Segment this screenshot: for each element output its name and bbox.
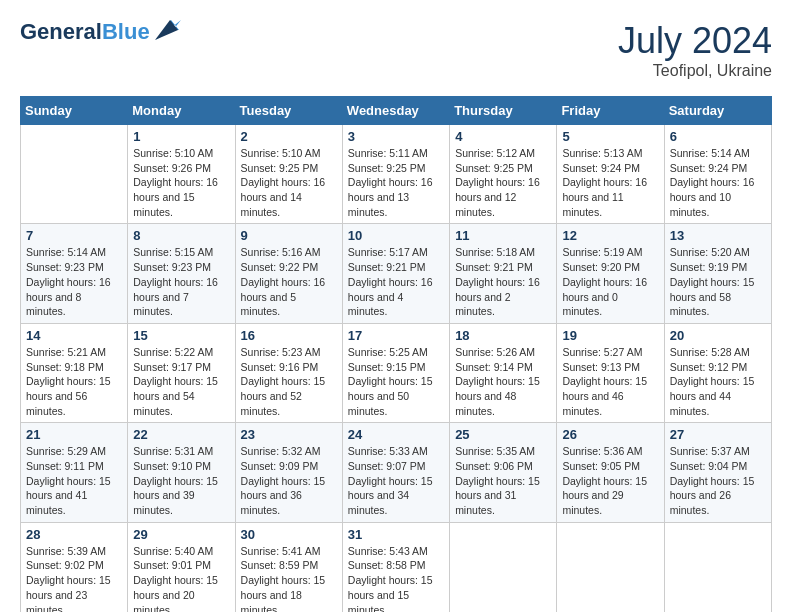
day-info: Sunrise: 5:16 AM Sunset: 9:22 PM Dayligh… <box>241 245 337 318</box>
daylight-label: Daylight hours <box>26 574 93 586</box>
daylight-label: Daylight hours <box>670 375 737 387</box>
day-number: 25 <box>455 427 551 442</box>
sunset-label: Sunset: <box>133 559 169 571</box>
day-info: Sunrise: 5:12 AM Sunset: 9:25 PM Dayligh… <box>455 146 551 219</box>
sunrise-label: Sunrise: <box>562 246 601 258</box>
calendar-cell: 24 Sunrise: 5:33 AM Sunset: 9:07 PM Dayl… <box>342 423 449 522</box>
calendar-cell <box>21 125 128 224</box>
daylight-label: Daylight hours <box>670 276 737 288</box>
weekday-friday: Friday <box>557 97 664 125</box>
sunset-label: Sunset: <box>670 261 706 273</box>
week-row-4: 21 Sunrise: 5:29 AM Sunset: 9:11 PM Dayl… <box>21 423 772 522</box>
day-number: 24 <box>348 427 444 442</box>
weekday-saturday: Saturday <box>664 97 771 125</box>
day-number: 2 <box>241 129 337 144</box>
day-number: 15 <box>133 328 229 343</box>
daylight-label: Daylight hours <box>241 574 308 586</box>
sunset-label: Sunset: <box>348 261 384 273</box>
sunrise-label: Sunrise: <box>455 346 494 358</box>
weekday-thursday: Thursday <box>450 97 557 125</box>
calendar-cell: 25 Sunrise: 5:35 AM Sunset: 9:06 PM Dayl… <box>450 423 557 522</box>
sunset-label: Sunset: <box>562 261 598 273</box>
sunset-label: Sunset: <box>562 460 598 472</box>
daylight-label: Daylight hours <box>133 176 200 188</box>
sunrise-label: Sunrise: <box>562 445 601 457</box>
daylight-label: Daylight hours <box>455 276 522 288</box>
sunset-label: Sunset: <box>562 361 598 373</box>
daylight-label: Daylight hours <box>348 375 415 387</box>
day-number: 1 <box>133 129 229 144</box>
day-info: Sunrise: 5:18 AM Sunset: 9:21 PM Dayligh… <box>455 245 551 318</box>
daylight-label: Daylight hours <box>241 276 308 288</box>
calendar-body: 1 Sunrise: 5:10 AM Sunset: 9:26 PM Dayli… <box>21 125 772 613</box>
week-row-1: 1 Sunrise: 5:10 AM Sunset: 9:26 PM Dayli… <box>21 125 772 224</box>
day-number: 21 <box>26 427 122 442</box>
day-number: 4 <box>455 129 551 144</box>
calendar-cell: 2 Sunrise: 5:10 AM Sunset: 9:25 PM Dayli… <box>235 125 342 224</box>
day-info: Sunrise: 5:22 AM Sunset: 9:17 PM Dayligh… <box>133 345 229 418</box>
day-info: Sunrise: 5:15 AM Sunset: 9:23 PM Dayligh… <box>133 245 229 318</box>
day-info: Sunrise: 5:14 AM Sunset: 9:24 PM Dayligh… <box>670 146 766 219</box>
daylight-label: Daylight hours <box>562 276 629 288</box>
header: GeneralBlue July 2024 Teofipol, Ukraine <box>20 20 772 80</box>
calendar-cell: 19 Sunrise: 5:27 AM Sunset: 9:13 PM Dayl… <box>557 323 664 422</box>
logo-icon <box>153 16 183 44</box>
weekday-header-row: SundayMondayTuesdayWednesdayThursdayFrid… <box>21 97 772 125</box>
day-number: 16 <box>241 328 337 343</box>
daylight-label: Daylight hours <box>562 475 629 487</box>
day-number: 29 <box>133 527 229 542</box>
calendar-cell: 26 Sunrise: 5:36 AM Sunset: 9:05 PM Dayl… <box>557 423 664 522</box>
sunset-label: Sunset: <box>133 460 169 472</box>
calendar-cell: 14 Sunrise: 5:21 AM Sunset: 9:18 PM Dayl… <box>21 323 128 422</box>
calendar-cell: 20 Sunrise: 5:28 AM Sunset: 9:12 PM Dayl… <box>664 323 771 422</box>
sunrise-label: Sunrise: <box>455 445 494 457</box>
calendar-cell: 6 Sunrise: 5:14 AM Sunset: 9:24 PM Dayli… <box>664 125 771 224</box>
day-number: 8 <box>133 228 229 243</box>
day-info: Sunrise: 5:31 AM Sunset: 9:10 PM Dayligh… <box>133 444 229 517</box>
sunrise-label: Sunrise: <box>133 147 172 159</box>
daylight-label: Daylight hours <box>348 176 415 188</box>
calendar-cell: 11 Sunrise: 5:18 AM Sunset: 9:21 PM Dayl… <box>450 224 557 323</box>
daylight-label: Daylight hours <box>348 475 415 487</box>
day-info: Sunrise: 5:33 AM Sunset: 9:07 PM Dayligh… <box>348 444 444 517</box>
day-info: Sunrise: 5:37 AM Sunset: 9:04 PM Dayligh… <box>670 444 766 517</box>
sunrise-label: Sunrise: <box>133 346 172 358</box>
day-info: Sunrise: 5:29 AM Sunset: 9:11 PM Dayligh… <box>26 444 122 517</box>
day-info: Sunrise: 5:21 AM Sunset: 9:18 PM Dayligh… <box>26 345 122 418</box>
logo-text: GeneralBlue <box>20 20 150 44</box>
day-info: Sunrise: 5:25 AM Sunset: 9:15 PM Dayligh… <box>348 345 444 418</box>
day-number: 13 <box>670 228 766 243</box>
calendar-cell <box>557 522 664 612</box>
week-row-3: 14 Sunrise: 5:21 AM Sunset: 9:18 PM Dayl… <box>21 323 772 422</box>
calendar-cell <box>664 522 771 612</box>
calendar-cell: 23 Sunrise: 5:32 AM Sunset: 9:09 PM Dayl… <box>235 423 342 522</box>
daylight-label: Daylight hours <box>455 475 522 487</box>
day-number: 26 <box>562 427 658 442</box>
svg-marker-1 <box>155 20 178 40</box>
daylight-label: Daylight hours <box>133 276 200 288</box>
day-info: Sunrise: 5:41 AM Sunset: 8:59 PM Dayligh… <box>241 544 337 612</box>
sunset-label: Sunset: <box>241 261 277 273</box>
sunrise-label: Sunrise: <box>670 346 709 358</box>
sunset-label: Sunset: <box>133 261 169 273</box>
sunrise-label: Sunrise: <box>133 545 172 557</box>
calendar-cell: 13 Sunrise: 5:20 AM Sunset: 9:19 PM Dayl… <box>664 224 771 323</box>
daylight-label: Daylight hours <box>133 574 200 586</box>
calendar-cell: 10 Sunrise: 5:17 AM Sunset: 9:21 PM Dayl… <box>342 224 449 323</box>
weekday-tuesday: Tuesday <box>235 97 342 125</box>
day-info: Sunrise: 5:27 AM Sunset: 9:13 PM Dayligh… <box>562 345 658 418</box>
calendar-cell: 9 Sunrise: 5:16 AM Sunset: 9:22 PM Dayli… <box>235 224 342 323</box>
week-row-2: 7 Sunrise: 5:14 AM Sunset: 9:23 PM Dayli… <box>21 224 772 323</box>
calendar-cell: 29 Sunrise: 5:40 AM Sunset: 9:01 PM Dayl… <box>128 522 235 612</box>
calendar-table: SundayMondayTuesdayWednesdayThursdayFrid… <box>20 96 772 612</box>
sunset-label: Sunset: <box>455 162 491 174</box>
calendar-subtitle: Teofipol, Ukraine <box>618 62 772 80</box>
sunrise-label: Sunrise: <box>562 346 601 358</box>
sunset-label: Sunset: <box>348 361 384 373</box>
day-number: 27 <box>670 427 766 442</box>
sunset-label: Sunset: <box>562 162 598 174</box>
sunset-label: Sunset: <box>26 559 62 571</box>
day-number: 22 <box>133 427 229 442</box>
sunrise-label: Sunrise: <box>133 246 172 258</box>
sunrise-label: Sunrise: <box>26 445 65 457</box>
